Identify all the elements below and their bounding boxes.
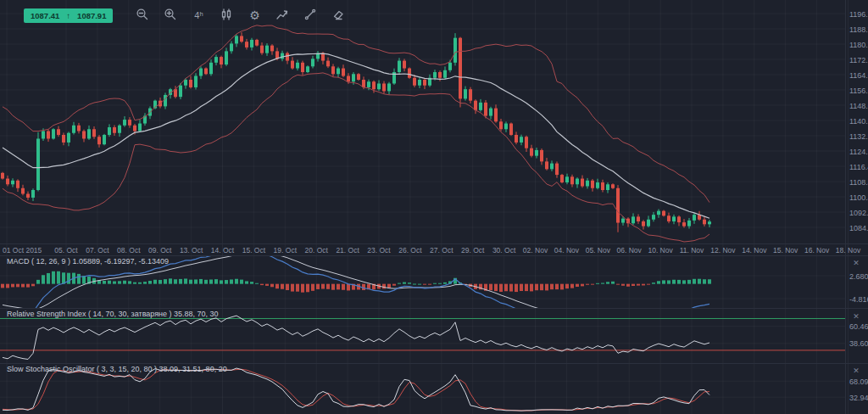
macd-panel-title: MACD ( 12, 26, 9 ) 1.05889, -6.19297, -5… (7, 257, 169, 266)
price-axis-label: 1164.67 (849, 71, 868, 80)
time-axis-label: 02. Nov (523, 246, 548, 255)
time-axis-label: 14. Oct (211, 246, 234, 255)
time-axis-label: 18. Nov (836, 246, 860, 255)
ask-price[interactable]: 1087.91 (77, 11, 106, 20)
indicator-chart-icon (275, 8, 289, 24)
stoch-axis-label: 32.94 (849, 394, 868, 402)
macd-axis-label: -4.81640 (849, 295, 868, 304)
rsi-axis-label: 38.60 (849, 339, 868, 348)
zoom-out-button[interactable] (132, 7, 153, 24)
time-axis-label: 08. Oct (117, 246, 140, 255)
quote-badge: 1087.41 ↑ 1087.91 (24, 8, 113, 23)
timeframe-button[interactable]: 4ʰ (188, 7, 209, 24)
zoom-in-icon (164, 8, 177, 24)
time-axis-label: 19. Oct (274, 246, 297, 255)
time-axis-label: 06. Nov (617, 246, 642, 255)
time-axis-label: 20. Oct (304, 246, 327, 255)
eraser-icon (331, 8, 345, 24)
price-axis-label: 1140.58 (849, 117, 868, 126)
time-axis-label: 15. Nov (773, 246, 798, 255)
chart-toolbar: 1087.41 ↑ 1087.91 4ʰ ⚙ (24, 7, 348, 24)
time-axis-label: 15. Oct (242, 246, 265, 255)
price-axis-label: 1084.37 (849, 224, 868, 232)
zoom-out-icon (136, 8, 149, 24)
trading-chart-app: 1087.41 ↑ 1087.91 4ʰ ⚙ MACD ( 12, 26, 9 … (0, 0, 868, 414)
candlestick-icon (220, 8, 233, 24)
time-axis-label: 16. Nov (804, 246, 829, 255)
price-axis-label: 1124.52 (849, 148, 868, 156)
time-axis-label: 13. Oct (180, 246, 203, 255)
price-axis-label: 1180.73 (849, 41, 868, 49)
stoch-panel-title: Slow Stochastic Oscillator ( 3, 3, 15, 2… (7, 365, 227, 373)
time-axis-label: 05. Oct (54, 246, 77, 255)
time-axis-label: 26. Oct (398, 246, 421, 255)
zoom-in-button[interactable] (160, 7, 181, 24)
settings-button[interactable]: ⚙ (244, 7, 264, 24)
rsi-close-button[interactable]: ✕ (851, 311, 861, 322)
time-axis-label: 14. Nov (742, 246, 766, 255)
time-axis-label: 21. Oct (336, 246, 359, 255)
stoch-axis-label: 68.09 (849, 378, 868, 386)
time-axis-label: 30. Oct (492, 246, 515, 255)
trend-line-icon (303, 8, 317, 24)
time-axis-label: 12. Nov (710, 246, 735, 255)
stoch-close-button[interactable]: ✕ (851, 366, 861, 376)
price-axis-label: 1188.76 (849, 25, 868, 34)
price-axis-label: 1172.70 (849, 56, 868, 64)
price-axis-label: 1196.79 (849, 10, 868, 19)
bid-price[interactable]: 1087.41 (31, 11, 59, 20)
time-axis-label: 29. Oct (461, 246, 484, 255)
time-axis-label: 04. Nov (554, 246, 579, 255)
price-axis-label: 1108.46 (849, 178, 868, 187)
time-axis-label: 05. Nov (586, 246, 610, 255)
rsi-axis-label: 60.46 (849, 322, 868, 331)
eraser-button[interactable] (328, 7, 348, 24)
macd-axis-label: 2.68044 (849, 272, 868, 281)
chart-style-button[interactable] (216, 7, 236, 24)
time-axis-label: 09. Oct (148, 246, 171, 255)
macd-close-button[interactable]: ✕ (851, 258, 861, 268)
price-axis-label: 1156.64 (849, 87, 868, 95)
gear-icon: ⚙ (249, 9, 260, 21)
time-axis-label: 11. Nov (680, 246, 704, 255)
price-axis-label: 1132.55 (849, 132, 868, 141)
price-axis-label: 1148.61 (849, 102, 868, 110)
rsi-panel-title: Relative Strength Index ( 14, 70, 30, за… (7, 310, 219, 318)
chart-canvas[interactable] (0, 0, 868, 414)
trend-line-tool-button[interactable] (300, 7, 320, 24)
time-axis-label: 27. Oct (430, 246, 453, 255)
price-axis-label: 1100.43 (849, 193, 868, 202)
time-axis-label: 01 Oct 2015 (3, 246, 42, 255)
trend-up-icon: ↑ (66, 11, 70, 20)
time-axis-label: 07. Oct (86, 246, 108, 255)
time-axis-label: 10. Nov (648, 246, 672, 255)
price-axis-label: 1092.40 (849, 209, 868, 217)
price-axis-label: 1116.49 (849, 163, 868, 171)
timeframe-label: 4ʰ (194, 10, 203, 20)
indicators-button[interactable] (272, 7, 292, 24)
time-axis-label: 23. Oct (367, 246, 390, 255)
